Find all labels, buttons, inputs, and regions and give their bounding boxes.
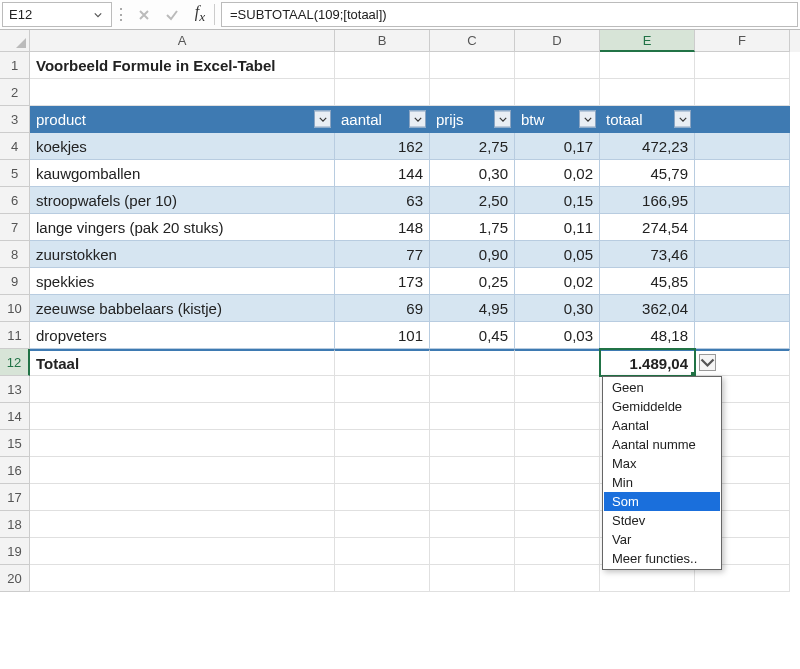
cell[interactable] — [600, 79, 695, 106]
row-header[interactable]: 7 — [0, 214, 30, 241]
cell[interactable] — [335, 376, 430, 403]
btw-cell[interactable]: 0,17 — [515, 133, 600, 160]
cell[interactable] — [430, 538, 515, 565]
column-header-C[interactable]: C — [430, 30, 515, 52]
cell[interactable] — [695, 241, 790, 268]
cell[interactable] — [695, 133, 790, 160]
enter-button[interactable] — [158, 0, 186, 29]
title-cell[interactable]: Voorbeeld Formule in Excel-Tabel — [30, 52, 335, 79]
row-header[interactable]: 9 — [0, 268, 30, 295]
table-header-prijs[interactable]: prijs — [430, 106, 515, 133]
column-header-B[interactable]: B — [335, 30, 430, 52]
cell[interactable] — [30, 376, 335, 403]
table-header-totaal[interactable]: totaal — [600, 106, 695, 133]
cell[interactable] — [335, 565, 430, 592]
select-all-corner[interactable] — [0, 30, 30, 52]
filter-button[interactable] — [314, 111, 331, 128]
cell[interactable] — [695, 214, 790, 241]
cell[interactable] — [430, 349, 515, 376]
total-dropdown-handle[interactable] — [699, 354, 716, 371]
prijs-cell[interactable]: 2,50 — [430, 187, 515, 214]
prijs-cell[interactable]: 2,75 — [430, 133, 515, 160]
cell[interactable] — [430, 376, 515, 403]
totaal-cell[interactable]: 48,18 — [600, 322, 695, 349]
cell[interactable] — [430, 52, 515, 79]
cell[interactable] — [335, 457, 430, 484]
cell[interactable] — [430, 403, 515, 430]
row-header[interactable]: 16 — [0, 457, 30, 484]
cell[interactable] — [30, 403, 335, 430]
cell[interactable] — [430, 565, 515, 592]
cell[interactable] — [335, 538, 430, 565]
column-header-D[interactable]: D — [515, 30, 600, 52]
row-header[interactable]: 14 — [0, 403, 30, 430]
cell[interactable] — [335, 511, 430, 538]
cell[interactable] — [30, 79, 335, 106]
row-header[interactable]: 4 — [0, 133, 30, 160]
btw-cell[interactable]: 0,30 — [515, 295, 600, 322]
cell[interactable] — [695, 106, 790, 133]
cell[interactable] — [695, 187, 790, 214]
cell[interactable] — [30, 430, 335, 457]
row-header[interactable]: 1 — [0, 52, 30, 79]
cell[interactable] — [335, 79, 430, 106]
subtotal-function-menu[interactable]: GeenGemiddeldeAantalAantal nummeMaxMinSo… — [602, 376, 722, 570]
cell[interactable] — [335, 484, 430, 511]
menu-item-aantal[interactable]: Aantal — [604, 416, 720, 435]
formula-input[interactable]: =SUBTOTAAL(109;[totaal]) — [221, 2, 798, 27]
total-label-cell[interactable]: Totaal — [30, 349, 335, 376]
cell[interactable] — [515, 538, 600, 565]
filter-button[interactable] — [674, 111, 691, 128]
filter-button[interactable] — [409, 111, 426, 128]
row-header[interactable]: 12 — [0, 349, 30, 376]
filter-button[interactable] — [579, 111, 596, 128]
btw-cell[interactable]: 0,02 — [515, 160, 600, 187]
aantal-cell[interactable]: 63 — [335, 187, 430, 214]
prijs-cell[interactable]: 0,90 — [430, 241, 515, 268]
cell[interactable] — [515, 565, 600, 592]
menu-item-min[interactable]: Min — [604, 473, 720, 492]
cell[interactable] — [515, 79, 600, 106]
menu-item-geen[interactable]: Geen — [604, 378, 720, 397]
cell[interactable] — [430, 484, 515, 511]
cell[interactable] — [335, 52, 430, 79]
product-cell[interactable]: lange vingers (pak 20 stuks) — [30, 214, 335, 241]
aantal-cell[interactable]: 148 — [335, 214, 430, 241]
row-header[interactable]: 18 — [0, 511, 30, 538]
aantal-cell[interactable]: 144 — [335, 160, 430, 187]
totaal-cell[interactable]: 362,04 — [600, 295, 695, 322]
product-cell[interactable]: zuurstokken — [30, 241, 335, 268]
btw-cell[interactable]: 0,05 — [515, 241, 600, 268]
table-header-aantal[interactable]: aantal — [335, 106, 430, 133]
row-header[interactable]: 5 — [0, 160, 30, 187]
cell[interactable] — [515, 52, 600, 79]
cell[interactable] — [515, 457, 600, 484]
btw-cell[interactable]: 0,03 — [515, 322, 600, 349]
row-header[interactable]: 19 — [0, 538, 30, 565]
menu-item-var[interactable]: Var — [604, 530, 720, 549]
cell[interactable] — [695, 268, 790, 295]
cell[interactable] — [30, 511, 335, 538]
aantal-cell[interactable]: 162 — [335, 133, 430, 160]
cell[interactable] — [515, 484, 600, 511]
btw-cell[interactable]: 0,15 — [515, 187, 600, 214]
cell[interactable] — [30, 484, 335, 511]
menu-item-max[interactable]: Max — [604, 454, 720, 473]
cell[interactable] — [430, 430, 515, 457]
cell[interactable] — [430, 511, 515, 538]
cell[interactable] — [600, 52, 695, 79]
cell[interactable] — [515, 349, 600, 376]
row-header[interactable]: 3 — [0, 106, 30, 133]
btw-cell[interactable]: 0,11 — [515, 214, 600, 241]
name-box[interactable]: E12 — [2, 2, 112, 27]
cell[interactable] — [30, 538, 335, 565]
cell[interactable] — [515, 376, 600, 403]
aantal-cell[interactable]: 173 — [335, 268, 430, 295]
column-header-A[interactable]: A — [30, 30, 335, 52]
column-header-F[interactable]: F — [695, 30, 790, 52]
total-value-cell[interactable]: 1.489,04 — [600, 349, 695, 376]
product-cell[interactable]: zeeuwse babbelaars (kistje) — [30, 295, 335, 322]
cell[interactable] — [695, 322, 790, 349]
row-header[interactable]: 15 — [0, 430, 30, 457]
filter-button[interactable] — [494, 111, 511, 128]
